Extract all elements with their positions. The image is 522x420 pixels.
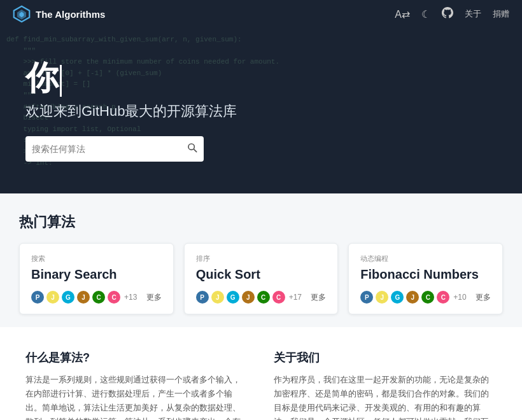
nav-donate[interactable]: 捐赠 <box>493 8 509 20</box>
header-nav: A⇄ ☾ 关于 捐赠 <box>395 7 509 21</box>
github-icon[interactable] <box>442 7 453 21</box>
hero-content: 你 欢迎来到GitHub最大的开源算法库 <box>25 60 237 161</box>
lang-dot: P <box>31 291 44 304</box>
lang-dot: P <box>360 291 373 304</box>
algorithm-card: 搜索 Binary Search P J G J C C +13 更多 <box>19 243 174 314</box>
logo-icon <box>13 5 31 23</box>
translate-icon[interactable]: A⇄ <box>395 8 410 20</box>
lang-dot: C <box>108 291 120 304</box>
info-col2-text: 作为程序员，我们在这里一起开发新的功能，无论是复杂的加密程序、还是简单的密码，都… <box>274 373 497 420</box>
card-more-button[interactable]: 更多 <box>311 292 326 303</box>
lang-dot: G <box>391 291 404 304</box>
lang-dot: C <box>421 291 434 304</box>
lang-dot: C <box>272 291 285 304</box>
lang-dot: C <box>92 291 105 304</box>
card-langs: P J G J C C +10 <box>360 291 466 304</box>
lang-dot: C <box>257 291 270 304</box>
nav-about[interactable]: 关于 <box>465 8 481 20</box>
card-langs: P J G J C C +17 <box>196 291 302 304</box>
info-col1-text: 算法是一系列规则，这些规则通过获得一个或者多个输入，在内部进行计算、进行数据处理… <box>25 373 248 420</box>
hero-section: def find_min_subarray_with_given_sum(arr… <box>0 28 522 193</box>
lang-dot: G <box>227 291 239 304</box>
card-title: Binary Search <box>31 267 162 282</box>
header: The Algorithms A⇄ ☾ 关于 捐赠 <box>0 0 522 28</box>
search-button[interactable] <box>187 143 197 155</box>
svg-line-4 <box>194 149 196 151</box>
hero-cursor-char: 你 <box>25 59 59 96</box>
algorithm-card: 排序 Quick Sort P J G J C C +17 更多 <box>184 243 339 314</box>
card-tag: 搜索 <box>31 254 162 263</box>
lang-dot: P <box>196 291 209 304</box>
info-section: 什么是算法? 算法是一系列规则，这些规则通过获得一个或者多个输入，在内部进行计算… <box>0 327 522 420</box>
info-col-about: 关于我们 作为程序员，我们在这里一起开发新的功能，无论是复杂的加密程序、还是简单… <box>274 350 497 420</box>
lang-dot: C <box>437 291 449 304</box>
hero-subtitle: 欢迎来到GitHub最大的开源算法库 <box>25 102 237 121</box>
hero-cursor-line: 你 <box>25 60 237 96</box>
card-more-button[interactable]: 更多 <box>146 292 162 303</box>
lang-dot: J <box>77 291 90 304</box>
lang-dot: J <box>242 291 255 304</box>
lang-dot: J <box>46 291 59 304</box>
algorithm-card: 动态编程 Fibonacci Numbers P J G J C C +10 更… <box>348 243 503 314</box>
card-more-button[interactable]: 更多 <box>476 292 491 303</box>
card-footer: P J G J C C +17 更多 <box>196 291 327 304</box>
lang-dot: J <box>376 291 388 304</box>
lang-dot: G <box>62 291 74 304</box>
lang-count: +13 <box>124 293 137 302</box>
card-langs: P J G J C C +13 <box>31 291 137 304</box>
card-footer: P J G J C C +10 更多 <box>360 291 491 304</box>
popular-title: 热门算法 <box>19 213 503 232</box>
search-input[interactable] <box>32 144 187 154</box>
lang-count: +17 <box>289 293 302 302</box>
card-title: Quick Sort <box>196 267 327 282</box>
lang-count: +10 <box>453 293 466 302</box>
logo-text: The Algorithms <box>36 9 105 20</box>
lang-dot: J <box>211 291 224 304</box>
popular-section: 热门算法 搜索 Binary Search P J G J C C +13 更多… <box>0 193 522 327</box>
info-col1-title: 什么是算法? <box>25 350 248 365</box>
logo[interactable]: The Algorithms <box>13 5 105 23</box>
theme-icon[interactable]: ☾ <box>421 8 430 20</box>
card-tag: 动态编程 <box>360 254 491 263</box>
card-footer: P J G J C C +13 更多 <box>31 291 162 304</box>
info-col2-title: 关于我们 <box>274 350 497 365</box>
card-title: Fibonacci Numbers <box>360 267 491 282</box>
info-col-what: 什么是算法? 算法是一系列规则，这些规则通过获得一个或者多个输入，在内部进行计算… <box>25 350 248 420</box>
lang-dot: J <box>406 291 419 304</box>
cards-container: 搜索 Binary Search P J G J C C +13 更多 排序 Q… <box>19 243 503 314</box>
card-tag: 排序 <box>196 254 327 263</box>
search-bar <box>25 136 204 162</box>
hero-cursor <box>60 65 62 97</box>
